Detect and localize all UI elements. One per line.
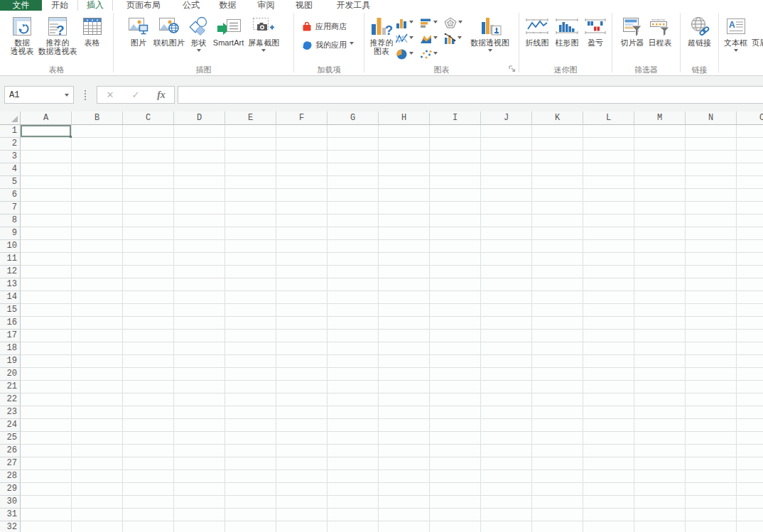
cell-L17[interactable]	[583, 330, 634, 342]
enter-button[interactable]: ✓	[125, 89, 146, 100]
cell-C10[interactable]	[123, 240, 174, 253]
cell-E11[interactable]	[225, 253, 276, 266]
cell-K7[interactable]	[532, 202, 583, 215]
cell-C27[interactable]	[123, 457, 174, 470]
cell-O25[interactable]	[737, 432, 763, 445]
row-header-3[interactable]: 3	[0, 151, 21, 163]
cell-C23[interactable]	[123, 406, 174, 419]
cell-E30[interactable]	[225, 496, 276, 509]
cell-K2[interactable]	[532, 138, 583, 151]
cell-B11[interactable]	[72, 253, 123, 266]
cell-F16[interactable]	[276, 317, 328, 330]
cell-N25[interactable]	[686, 432, 737, 445]
cell-A14[interactable]	[21, 291, 72, 304]
sparkline-column-button[interactable]: 柱形图	[552, 13, 582, 48]
cell-L21[interactable]	[583, 381, 634, 393]
cell-H19[interactable]	[379, 355, 430, 368]
cell-F29[interactable]	[276, 483, 328, 496]
cell-B14[interactable]	[72, 291, 123, 304]
pivotchart-button[interactable]: 数据透视图	[468, 13, 512, 55]
cell-C30[interactable]	[123, 496, 174, 509]
row-header-9[interactable]: 9	[0, 227, 21, 240]
cell-A20[interactable]	[21, 368, 72, 381]
cell-C4[interactable]	[123, 163, 174, 176]
cell-D1[interactable]	[174, 125, 225, 138]
cell-O24[interactable]	[737, 419, 763, 432]
insert-function-button[interactable]: fx	[151, 89, 172, 101]
cell-I7[interactable]	[430, 202, 481, 215]
cell-M30[interactable]	[634, 496, 686, 509]
cell-O15[interactable]	[737, 304, 763, 317]
cell-A23[interactable]	[21, 406, 72, 419]
cell-N7[interactable]	[686, 202, 737, 215]
cell-I29[interactable]	[430, 483, 481, 496]
cell-I12[interactable]	[430, 266, 481, 278]
cell-L23[interactable]	[583, 406, 634, 419]
cell-O8[interactable]	[737, 215, 763, 227]
sparkline-line-button[interactable]: 折线图	[522, 13, 552, 48]
cell-G27[interactable]	[328, 457, 379, 470]
cell-J20[interactable]	[481, 368, 532, 381]
cell-E14[interactable]	[225, 291, 276, 304]
tab-formulas[interactable]: 公式	[174, 0, 208, 11]
cell-G32[interactable]	[328, 521, 379, 532]
cell-A19[interactable]	[21, 355, 72, 368]
cell-F4[interactable]	[276, 163, 328, 176]
cell-H30[interactable]	[379, 496, 430, 509]
tab-insert[interactable]: 插入	[77, 0, 113, 11]
cell-I11[interactable]	[430, 253, 481, 266]
cell-M28[interactable]	[634, 470, 686, 483]
cell-F2[interactable]	[276, 138, 328, 151]
cell-I23[interactable]	[430, 406, 481, 419]
timeline-button[interactable]: 日程表	[646, 13, 674, 48]
cell-M5[interactable]	[634, 176, 686, 189]
cell-I9[interactable]	[430, 227, 481, 240]
name-box[interactable]: A1	[4, 86, 74, 104]
insert-area-chart-button[interactable]	[420, 31, 444, 46]
cell-F26[interactable]	[276, 445, 328, 457]
cell-E32[interactable]	[225, 521, 276, 532]
cell-H8[interactable]	[379, 215, 430, 227]
cell-B7[interactable]	[72, 202, 123, 215]
cell-J3[interactable]	[481, 151, 532, 163]
cell-D10[interactable]	[174, 240, 225, 253]
cell-L14[interactable]	[583, 291, 634, 304]
cell-A11[interactable]	[21, 253, 72, 266]
cell-E7[interactable]	[225, 202, 276, 215]
cell-E3[interactable]	[225, 151, 276, 163]
cell-O9[interactable]	[737, 227, 763, 240]
cell-M20[interactable]	[634, 368, 686, 381]
cell-N18[interactable]	[686, 342, 737, 355]
cell-H11[interactable]	[379, 253, 430, 266]
cell-F23[interactable]	[276, 406, 328, 419]
cell-M25[interactable]	[634, 432, 686, 445]
cell-H16[interactable]	[379, 317, 430, 330]
cell-D11[interactable]	[174, 253, 225, 266]
cell-B5[interactable]	[72, 176, 123, 189]
cell-K29[interactable]	[532, 483, 583, 496]
cell-K30[interactable]	[532, 496, 583, 509]
cell-E2[interactable]	[225, 138, 276, 151]
cell-M27[interactable]	[634, 457, 686, 470]
cell-H14[interactable]	[379, 291, 430, 304]
cell-G9[interactable]	[328, 227, 379, 240]
cell-O21[interactable]	[737, 381, 763, 393]
cell-K32[interactable]	[532, 521, 583, 532]
cell-I27[interactable]	[430, 457, 481, 470]
cell-N9[interactable]	[686, 227, 737, 240]
cell-B23[interactable]	[72, 406, 123, 419]
cell-C15[interactable]	[123, 304, 174, 317]
cell-O23[interactable]	[737, 406, 763, 419]
cell-N24[interactable]	[686, 419, 737, 432]
cell-K8[interactable]	[532, 215, 583, 227]
tab-file[interactable]: 文件	[0, 0, 42, 11]
cell-E15[interactable]	[225, 304, 276, 317]
cell-F14[interactable]	[276, 291, 328, 304]
cell-K9[interactable]	[532, 227, 583, 240]
row-header-2[interactable]: 2	[0, 138, 21, 151]
cell-H32[interactable]	[379, 521, 430, 532]
cell-J22[interactable]	[481, 393, 532, 406]
cell-C9[interactable]	[123, 227, 174, 240]
cell-I15[interactable]	[430, 304, 481, 317]
cell-N20[interactable]	[686, 368, 737, 381]
